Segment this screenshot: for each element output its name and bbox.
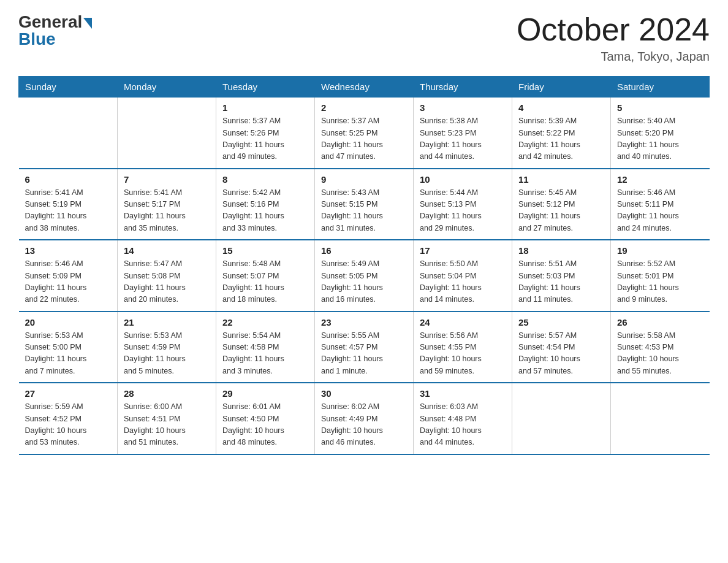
calendar-cell: 25Sunrise: 5:57 AM Sunset: 4:54 PM Dayli… — [512, 312, 611, 383]
calendar-cell: 16Sunrise: 5:49 AM Sunset: 5:05 PM Dayli… — [315, 240, 414, 312]
day-number: 14 — [124, 245, 210, 256]
day-number: 26 — [617, 317, 703, 327]
day-info: Sunrise: 5:53 AM Sunset: 4:59 PM Dayligh… — [124, 330, 210, 378]
calendar-table: SundayMondayTuesdayWednesdayThursdayFrid… — [18, 76, 710, 455]
day-info: Sunrise: 5:39 AM Sunset: 5:22 PM Dayligh… — [518, 115, 604, 163]
header-row: SundayMondayTuesdayWednesdayThursdayFrid… — [19, 77, 710, 98]
calendar-cell: 13Sunrise: 5:46 AM Sunset: 5:09 PM Dayli… — [19, 240, 118, 312]
day-info: Sunrise: 5:52 AM Sunset: 5:01 PM Dayligh… — [617, 258, 703, 306]
day-info: Sunrise: 5:42 AM Sunset: 5:16 PM Dayligh… — [222, 187, 308, 235]
day-info: Sunrise: 5:55 AM Sunset: 4:57 PM Dayligh… — [321, 330, 407, 378]
day-number: 31 — [420, 388, 506, 399]
day-info: Sunrise: 5:38 AM Sunset: 5:23 PM Dayligh… — [420, 115, 506, 163]
day-info: Sunrise: 5:46 AM Sunset: 5:11 PM Dayligh… — [617, 187, 703, 235]
day-info: Sunrise: 5:53 AM Sunset: 5:00 PM Dayligh… — [25, 330, 112, 378]
day-info: Sunrise: 5:49 AM Sunset: 5:05 PM Dayligh… — [321, 258, 407, 306]
day-number: 29 — [222, 388, 308, 399]
day-info: Sunrise: 5:41 AM Sunset: 5:19 PM Dayligh… — [25, 187, 112, 235]
day-number: 2 — [321, 102, 407, 113]
day-number: 13 — [25, 245, 112, 256]
calendar-cell: 12Sunrise: 5:46 AM Sunset: 5:11 PM Dayli… — [611, 169, 710, 240]
day-info: Sunrise: 5:57 AM Sunset: 4:54 PM Dayligh… — [518, 330, 604, 378]
day-number: 21 — [124, 317, 210, 327]
day-number: 25 — [518, 317, 604, 327]
logo-area: General Blue — [18, 12, 92, 49]
day-info: Sunrise: 5:58 AM Sunset: 4:53 PM Dayligh… — [617, 330, 703, 378]
calendar-cell — [19, 98, 118, 169]
calendar-header: SundayMondayTuesdayWednesdayThursdayFrid… — [19, 77, 710, 98]
calendar-cell: 14Sunrise: 5:47 AM Sunset: 5:08 PM Dayli… — [118, 240, 216, 312]
day-info: Sunrise: 6:03 AM Sunset: 4:48 PM Dayligh… — [420, 401, 506, 449]
calendar-cell: 11Sunrise: 5:45 AM Sunset: 5:12 PM Dayli… — [512, 169, 611, 240]
day-number: 20 — [25, 317, 112, 327]
day-info: Sunrise: 5:59 AM Sunset: 4:52 PM Dayligh… — [25, 401, 112, 449]
day-info: Sunrise: 5:40 AM Sunset: 5:20 PM Dayligh… — [617, 115, 703, 163]
day-info: Sunrise: 5:45 AM Sunset: 5:12 PM Dayligh… — [518, 187, 604, 235]
day-number: 24 — [420, 317, 506, 327]
calendar-cell: 7Sunrise: 5:41 AM Sunset: 5:17 PM Daylig… — [118, 169, 216, 240]
calendar-cell: 3Sunrise: 5:38 AM Sunset: 5:23 PM Daylig… — [414, 98, 512, 169]
calendar-cell: 23Sunrise: 5:55 AM Sunset: 4:57 PM Dayli… — [315, 312, 414, 383]
day-number: 1 — [222, 102, 308, 113]
calendar-cell: 5Sunrise: 5:40 AM Sunset: 5:20 PM Daylig… — [611, 98, 710, 169]
day-info: Sunrise: 5:50 AM Sunset: 5:04 PM Dayligh… — [420, 258, 506, 306]
week-row: 20Sunrise: 5:53 AM Sunset: 5:00 PM Dayli… — [19, 312, 710, 383]
calendar-cell: 29Sunrise: 6:01 AM Sunset: 4:50 PM Dayli… — [216, 383, 315, 454]
calendar-subtitle: Tama, Tokyo, Japan — [517, 50, 710, 64]
calendar-cell: 9Sunrise: 5:43 AM Sunset: 5:15 PM Daylig… — [315, 169, 414, 240]
calendar-cell — [118, 98, 216, 169]
calendar-cell: 17Sunrise: 5:50 AM Sunset: 5:04 PM Dayli… — [414, 240, 512, 312]
calendar-cell: 6Sunrise: 5:41 AM Sunset: 5:19 PM Daylig… — [19, 169, 118, 240]
calendar-cell: 31Sunrise: 6:03 AM Sunset: 4:48 PM Dayli… — [414, 383, 512, 454]
header-cell-monday: Monday — [118, 77, 216, 98]
calendar-cell — [611, 383, 710, 454]
day-number: 10 — [420, 174, 506, 185]
day-number: 3 — [420, 102, 506, 113]
day-number: 12 — [617, 174, 703, 185]
calendar-cell: 1Sunrise: 5:37 AM Sunset: 5:26 PM Daylig… — [216, 98, 315, 169]
day-number: 16 — [321, 245, 407, 256]
day-number: 4 — [518, 102, 604, 113]
calendar-cell: 30Sunrise: 6:02 AM Sunset: 4:49 PM Dayli… — [315, 383, 414, 454]
calendar-cell: 10Sunrise: 5:44 AM Sunset: 5:13 PM Dayli… — [414, 169, 512, 240]
day-number: 18 — [518, 245, 604, 256]
day-number: 6 — [25, 174, 112, 185]
week-row: 1Sunrise: 5:37 AM Sunset: 5:26 PM Daylig… — [19, 98, 710, 169]
calendar-cell: 19Sunrise: 5:52 AM Sunset: 5:01 PM Dayli… — [611, 240, 710, 312]
day-info: Sunrise: 5:51 AM Sunset: 5:03 PM Dayligh… — [518, 258, 604, 306]
day-info: Sunrise: 5:47 AM Sunset: 5:08 PM Dayligh… — [124, 258, 210, 306]
day-info: Sunrise: 5:37 AM Sunset: 5:26 PM Dayligh… — [222, 115, 308, 163]
day-number: 9 — [321, 174, 407, 185]
day-number: 27 — [25, 388, 112, 399]
calendar-cell: 27Sunrise: 5:59 AM Sunset: 4:52 PM Dayli… — [19, 383, 118, 454]
calendar-cell: 4Sunrise: 5:39 AM Sunset: 5:22 PM Daylig… — [512, 98, 611, 169]
day-number: 22 — [222, 317, 308, 327]
day-info: Sunrise: 5:56 AM Sunset: 4:55 PM Dayligh… — [420, 330, 506, 378]
calendar-cell: 8Sunrise: 5:42 AM Sunset: 5:16 PM Daylig… — [216, 169, 315, 240]
calendar-cell: 15Sunrise: 5:48 AM Sunset: 5:07 PM Dayli… — [216, 240, 315, 312]
calendar-body: 1Sunrise: 5:37 AM Sunset: 5:26 PM Daylig… — [19, 98, 710, 454]
calendar-cell: 18Sunrise: 5:51 AM Sunset: 5:03 PM Dayli… — [512, 240, 611, 312]
calendar-cell: 26Sunrise: 5:58 AM Sunset: 4:53 PM Dayli… — [611, 312, 710, 383]
header-cell-sunday: Sunday — [19, 77, 118, 98]
calendar-title: October 2024 — [517, 12, 710, 47]
title-area: October 2024 Tama, Tokyo, Japan — [517, 12, 710, 64]
calendar-cell: 2Sunrise: 5:37 AM Sunset: 5:25 PM Daylig… — [315, 98, 414, 169]
day-number: 15 — [222, 245, 308, 256]
day-info: Sunrise: 5:48 AM Sunset: 5:07 PM Dayligh… — [222, 258, 308, 306]
day-info: Sunrise: 5:54 AM Sunset: 4:58 PM Dayligh… — [222, 330, 308, 378]
day-info: Sunrise: 5:43 AM Sunset: 5:15 PM Dayligh… — [321, 187, 407, 235]
day-number: 28 — [124, 388, 210, 399]
week-row: 27Sunrise: 5:59 AM Sunset: 4:52 PM Dayli… — [19, 383, 710, 454]
calendar-cell: 22Sunrise: 5:54 AM Sunset: 4:58 PM Dayli… — [216, 312, 315, 383]
header-cell-wednesday: Wednesday — [315, 77, 414, 98]
day-info: Sunrise: 5:46 AM Sunset: 5:09 PM Dayligh… — [25, 258, 112, 306]
day-number: 23 — [321, 317, 407, 327]
header-cell-saturday: Saturday — [611, 77, 710, 98]
calendar-cell — [512, 383, 611, 454]
calendar-cell: 20Sunrise: 5:53 AM Sunset: 5:00 PM Dayli… — [19, 312, 118, 383]
day-number: 5 — [617, 102, 703, 113]
day-info: Sunrise: 5:44 AM Sunset: 5:13 PM Dayligh… — [420, 187, 506, 235]
day-number: 11 — [518, 174, 604, 185]
logo-blue-text: Blue — [18, 29, 56, 49]
